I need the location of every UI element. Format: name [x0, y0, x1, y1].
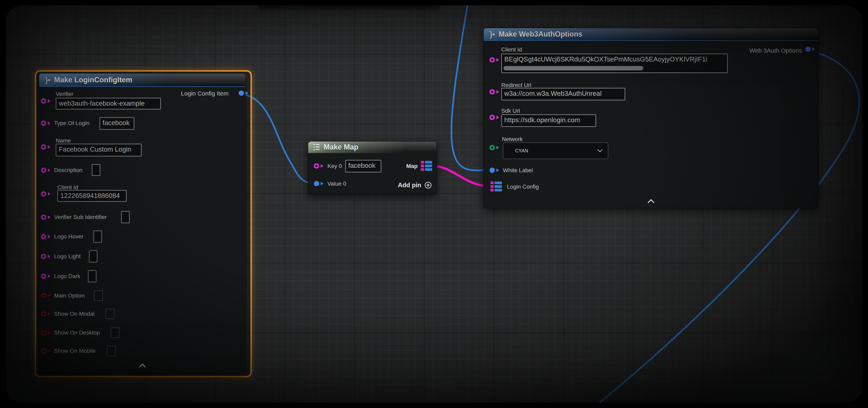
- wire-map-to-login-config[interactable]: [431, 166, 492, 186]
- pin-sdk-url[interactable]: [490, 115, 495, 120]
- pin-description[interactable]: [41, 168, 46, 173]
- pin-label-network: Network: [502, 136, 523, 142]
- pin-redirect-url[interactable]: [490, 89, 495, 95]
- client-id-scrollbar[interactable]: [503, 66, 643, 70]
- client-id-input[interactable]: BEglQSgt4cUWcj6SKRdu5QkOXTsePmMcusG5EAoy…: [501, 54, 728, 73]
- pin-label-redirect-url: Redirect Url: [501, 82, 531, 89]
- client-id-value: BEglQSgt4cUWcj6SKRdu5QkOXTsePmMcusG5EAoy…: [504, 56, 707, 63]
- pin-network[interactable]: [490, 145, 495, 150]
- logo-dark-input[interactable]: [88, 270, 96, 282]
- pin-out-web3auth-options[interactable]: [805, 46, 811, 52]
- verifier-input[interactable]: web3auth-facebook-example: [56, 98, 161, 109]
- pin-label-description: Description: [54, 167, 83, 173]
- show-on-modal-checkbox[interactable]: [105, 309, 115, 319]
- pin-label-name: Name: [56, 137, 71, 144]
- description-input[interactable]: [92, 164, 100, 176]
- pin-label-show-on-mobile: Show On Mobile: [54, 348, 96, 354]
- node-title: Make Map: [323, 143, 359, 151]
- pin-label-verifier-sub-identifier: Verifier Sub Identifier: [54, 214, 107, 220]
- network-selected-value: CYAN: [515, 148, 528, 154]
- add-pin-plus-icon: [424, 181, 432, 189]
- node-title: Make LoginConfigItem: [54, 76, 132, 84]
- pin-show-on-modal[interactable]: [41, 311, 46, 316]
- redirect-url-input[interactable]: w3a://com.w3a.Web3AuthUnreal: [501, 88, 625, 100]
- pin-show-on-desktop[interactable]: [41, 330, 46, 335]
- make-map-icon: [312, 143, 321, 151]
- key0-input[interactable]: facebook: [345, 160, 381, 172]
- pin-verifier[interactable]: [41, 98, 46, 104]
- make-struct-icon: [487, 30, 496, 38]
- type-of-login-input[interactable]: facebook: [99, 117, 134, 130]
- name-input[interactable]: Facebook Custom Login: [56, 144, 142, 157]
- pin-out-map[interactable]: [421, 161, 432, 171]
- pin-show-on-mobile[interactable]: [41, 348, 46, 353]
- logo-hover-input[interactable]: [93, 231, 102, 243]
- pin-main-option[interactable]: [41, 293, 46, 298]
- chevron-down-icon: [597, 149, 602, 152]
- blueprint-editor: Make LoginConfigItem Login Config Item V…: [0, 0, 868, 408]
- pin-client-id[interactable]: [41, 191, 46, 197]
- pin-label-value0: Value 0: [328, 180, 346, 187]
- pin-value0[interactable]: [314, 181, 319, 186]
- pin-label-verifier: Verifier: [56, 91, 73, 97]
- pin-name[interactable]: [41, 144, 46, 149]
- pin-label-sdk-url: Sdk Url: [501, 108, 520, 114]
- make-struct-icon: [43, 76, 51, 84]
- pin-key0[interactable]: [314, 163, 319, 169]
- node-header-make-web3authoptions[interactable]: Make Web3AuthOptions: [484, 28, 818, 41]
- pin-label-show-on-modal: Show On Modal: [54, 311, 94, 317]
- offscreen-node-bottom-edge[interactable]: [257, 5, 440, 8]
- show-on-desktop-checkbox[interactable]: [111, 328, 120, 338]
- pin-label-logo-light: Logo Light: [54, 253, 81, 260]
- pin-label-web3auth-options: Web 3Auth Options: [733, 47, 802, 54]
- pin-label-main-option: Main Option: [54, 293, 85, 299]
- pin-logo-dark[interactable]: [41, 274, 46, 279]
- logo-light-input[interactable]: [89, 250, 97, 263]
- add-pin-label: Add pin: [398, 181, 421, 189]
- node-header-make-loginconfigitem[interactable]: Make LoginConfigItem: [39, 73, 246, 87]
- pin-type-of-login[interactable]: [41, 121, 46, 126]
- node-title: Make Web3AuthOptions: [499, 30, 582, 38]
- pin-logo-hover[interactable]: [41, 234, 46, 239]
- client-id-input[interactable]: 1222658941886084: [57, 190, 127, 202]
- pin-label-client-id: Client Id: [501, 46, 522, 53]
- pin-label-login-config: Login Config: [507, 183, 539, 190]
- show-on-mobile-checkbox[interactable]: [107, 346, 116, 356]
- verifier-sub-identifier-input[interactable]: [121, 211, 130, 223]
- node-make-web3authoptions[interactable]: Make Web3AuthOptions Web 3Auth Options C…: [483, 28, 818, 208]
- pin-label-map: Map: [387, 163, 417, 169]
- node-make-loginconfigitem[interactable]: Make LoginConfigItem Login Config Item V…: [39, 73, 246, 373]
- sdk-url-input[interactable]: https://sdk.openlogin.com: [501, 114, 596, 127]
- pin-label-show-on-desktop: Show On Desktop: [54, 330, 100, 336]
- pin-label-type-of-login: Type Of Login: [54, 120, 89, 127]
- collapse-arrow[interactable]: [139, 363, 146, 368]
- pin-label-white-label: White Label: [503, 167, 533, 174]
- pin-label-logo-dark: Logo Dark: [54, 273, 80, 279]
- pin-login-config[interactable]: [491, 181, 502, 192]
- network-dropdown[interactable]: CYAN: [503, 142, 608, 159]
- collapse-arrow[interactable]: [647, 199, 655, 203]
- pin-label-logo-hover: Logo Hover: [54, 233, 84, 240]
- pin-logo-light[interactable]: [41, 254, 46, 259]
- pin-white-label[interactable]: [490, 168, 495, 173]
- pin-label-client-id: Client Id: [57, 184, 78, 191]
- pin-label-key0: Key 0: [328, 163, 342, 169]
- pin-verifier-sub-identifier[interactable]: [41, 214, 46, 220]
- node-make-map[interactable]: Make Map Key 0 facebook Map Value 0 Add …: [308, 141, 437, 195]
- add-pin-button[interactable]: Add pin: [398, 181, 432, 189]
- pin-client-id[interactable]: [490, 57, 495, 63]
- blueprint-graph-canvas[interactable]: Make LoginConfigItem Login Config Item V…: [6, 5, 862, 403]
- main-option-checkbox[interactable]: [94, 291, 103, 301]
- node-header-make-map[interactable]: Make Map: [308, 141, 437, 153]
- pin-out-login-config-item[interactable]: [239, 91, 244, 96]
- pin-label-login-config-item: Login Config Item: [168, 90, 228, 97]
